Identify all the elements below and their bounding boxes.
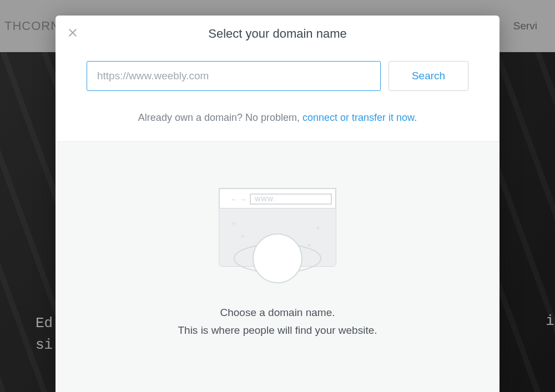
svg-text:+: + [231,219,236,228]
already-own-period: . [414,112,417,123]
domain-modal: Select your domain name Search Already o… [56,16,500,392]
illustration-url-text: WWW. [255,196,276,202]
already-own-row: Already own a domain? No problem, connec… [67,112,488,124]
empty-state-text: Choose a domain name. This is where peop… [178,304,377,340]
search-button[interactable]: Search [389,61,468,91]
empty-line-2: This is where people will find your webs… [178,322,377,339]
domain-input[interactable] [87,61,381,91]
empty-line-1: Choose a domain name. [178,304,377,322]
svg-text:←: ← [230,195,238,203]
svg-point-13 [253,234,302,283]
svg-text:+: + [316,223,320,232]
svg-text:✦: ✦ [240,233,245,240]
modal-title: Select your domain name [67,27,488,41]
search-row: Search [87,61,468,91]
empty-state-illustration: ← → WWW. + ✦ + ✦ [214,186,341,297]
svg-text:→: → [239,195,246,203]
already-own-text: Already own a domain? No problem, [138,112,302,123]
modal-body: ← → WWW. + ✦ + ✦ Choose a domain name. T… [56,141,500,392]
connect-transfer-link[interactable]: connect or transfer it now [302,112,414,123]
close-icon[interactable] [64,24,81,41]
modal-header-section: Select your domain name Search Already o… [56,16,500,141]
